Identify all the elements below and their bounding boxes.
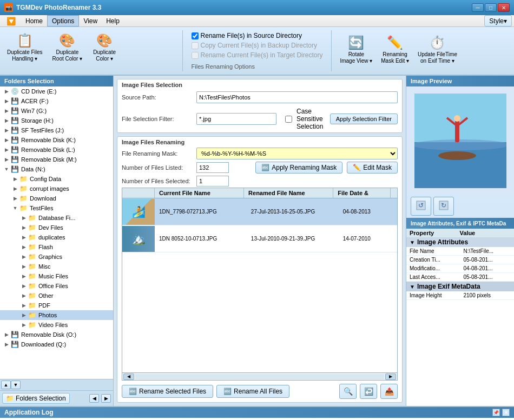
horizontal-scrollbar[interactable]: ◀ ▶ [122, 373, 398, 381]
expand-pdf[interactable]: ▶ [19, 301, 28, 310]
expand-devfiles[interactable]: ▶ [19, 223, 28, 232]
expand-win7[interactable]: ▶ [2, 106, 11, 115]
rename-all-button[interactable]: 🔤 Rename All Files [216, 385, 289, 398]
exif-collapse-icon[interactable]: ▼ [410, 284, 415, 290]
case-sensitive-checkbox[interactable] [285, 116, 292, 123]
tree-item-duplicates[interactable]: ▶ 📁 duplicates [0, 232, 113, 242]
expand-k[interactable]: ▶ [2, 136, 11, 144]
expand-download[interactable]: ▶ [11, 194, 19, 203]
tree-item-data-n[interactable]: ▼ 💾 Data (N:) [0, 164, 113, 174]
expand-testfiles[interactable]: ▼ [11, 204, 19, 212]
collapse-icon[interactable]: ▼ [410, 239, 415, 245]
tree-item-flash[interactable]: ▶ 📁 Flash [0, 242, 113, 252]
expand-corrupt[interactable]: ▶ [11, 184, 19, 193]
log-close-button[interactable]: ✕ [502, 409, 510, 416]
menu-home-label[interactable]: Home [21, 15, 47, 26]
tree-item-database[interactable]: ▶ 📁 Database Fi... [0, 213, 113, 223]
listed-count[interactable] [196, 162, 229, 173]
tree-item-office[interactable]: ▶ 📁 Office Files [0, 281, 113, 291]
action-icon-3[interactable]: 📤 [380, 384, 398, 399]
tree-item-removable-o[interactable]: ▶ 💾 Removable Disk (O:) [0, 330, 113, 339]
tree-item-graphics[interactable]: ▶ 📁 Graphics [0, 252, 113, 262]
edit-mask-button[interactable]: ✏️ Edit Mask [347, 162, 398, 174]
nav-next[interactable]: ▶ [101, 394, 111, 403]
table-row[interactable]: 🏄 1DN_7798-072713.JPG 27-Jul-2013-16-25-… [122, 198, 397, 225]
expand-duplicates[interactable]: ▶ [19, 233, 28, 242]
maximize-button[interactable]: □ [485, 3, 497, 12]
tree-item-sf[interactable]: ▶ 💾 SF TestFiles (J:) [0, 125, 113, 135]
expand-m[interactable]: ▶ [2, 155, 11, 164]
expand-acer[interactable]: ▶ [2, 97, 11, 105]
expand-other[interactable]: ▶ [19, 291, 28, 300]
expand-cd[interactable]: ▶ [2, 87, 11, 96]
tree-item-misc[interactable]: ▶ 📁 Misc [0, 262, 113, 271]
expand-storage[interactable]: ▶ [2, 116, 11, 125]
sidebar-scroll-down[interactable]: ▼ [11, 381, 21, 389]
expand-flash[interactable]: ▶ [19, 243, 28, 251]
style-button[interactable]: Style ▾ [484, 15, 512, 26]
scroll-track[interactable] [135, 374, 384, 379]
update-filetime-button[interactable]: ⏱️ Update FileTimeon Exif Time ▾ [414, 31, 461, 68]
tree-item-removable-m[interactable]: ▶ 💾 Removable Disk (M:) [0, 155, 113, 164]
checkbox-source-input[interactable] [192, 32, 199, 39]
folders-selection-button[interactable]: 📁 Folders Selection [2, 393, 70, 404]
tree-item-corrupt[interactable]: ▶ 📁 corrupt images [0, 184, 113, 194]
checkbox-target-input[interactable] [192, 52, 199, 59]
tree-item-music[interactable]: ▶ 📁 Music Files [0, 271, 113, 281]
table-body[interactable]: 🏄 1DN_7798-072713.JPG 27-Jul-2013-16-25-… [122, 198, 398, 373]
expand-config[interactable]: ▶ [11, 175, 19, 183]
minimize-button[interactable]: ─ [472, 3, 484, 12]
nav-prev[interactable]: ◀ [89, 394, 99, 403]
tree-item-photos[interactable]: ▶ 📁 Photos [0, 310, 113, 320]
close-button[interactable]: ✕ [498, 3, 510, 12]
tree-item-removable-l[interactable]: ▶ 💾 Removable Disk (L:) [0, 145, 113, 155]
filter-input[interactable] [196, 113, 276, 125]
expand-video[interactable]: ▶ [19, 321, 28, 329]
tree-item-testfiles[interactable]: ▼ 📁 TestFiles [0, 203, 113, 213]
log-pin-button[interactable]: 📌 [492, 409, 500, 416]
table-row[interactable]: 🏔️ 1DN 8052-10-0713.JPG 13-Jul-2010-09-2… [122, 225, 397, 252]
sidebar-scroll-up[interactable]: ▲ [1, 381, 11, 389]
rename-selected-button[interactable]: 🔤 Rename Selected Files [122, 385, 213, 398]
rotate-image-view-button[interactable]: 🔄 RotateImage View ▾ [336, 31, 376, 68]
renaming-mask-edit-button[interactable]: ✏️ RenamingMask Edit ▾ [377, 31, 413, 68]
action-icon-2[interactable]: ↩️ [360, 384, 377, 399]
tree-item-win7[interactable]: ▶ 💾 Win7 (G:) [0, 106, 113, 116]
scroll-right[interactable]: ▶ [385, 374, 396, 380]
tree-item-cd-drive[interactable]: ▶ 💿 CD Drive (E:) [0, 86, 113, 96]
expand-sf[interactable]: ▶ [2, 126, 11, 135]
tree-item-other[interactable]: ▶ 📁 Other [0, 291, 113, 301]
menu-help[interactable]: Help [102, 15, 124, 26]
action-icon-1[interactable]: 🔍 [339, 384, 357, 399]
tree-item-storage[interactable]: ▶ 💾 Storage (H:) [0, 116, 113, 125]
expand-graphics[interactable]: ▶ [19, 252, 28, 261]
expand-office[interactable]: ▶ [19, 282, 28, 290]
expand-q[interactable]: ▶ [2, 340, 11, 349]
tree-item-video[interactable]: ▶ 📁 Video Files [0, 320, 113, 330]
expand-l[interactable]: ▶ [2, 145, 11, 154]
apply-selection-filter-button[interactable]: Apply Selection Filter [330, 114, 398, 124]
rotate-right-button[interactable]: ↻ [433, 197, 454, 216]
mask-select[interactable]: %d-%b-%Y-%H-%M-%S [196, 148, 398, 159]
expand-misc[interactable]: ▶ [19, 262, 28, 271]
menu-options[interactable]: Options [47, 15, 79, 26]
expand-database[interactable]: ▶ [19, 214, 28, 222]
checkbox-backup-input[interactable] [192, 42, 199, 49]
tree-item-pdf[interactable]: ▶ 📁 PDF [0, 301, 113, 310]
expand-o[interactable]: ▶ [2, 330, 11, 339]
expand-photos[interactable]: ▶ [19, 311, 28, 319]
menu-file[interactable]: 🔽 [2, 15, 21, 26]
source-path-input[interactable] [196, 91, 398, 103]
expand-music[interactable]: ▶ [19, 272, 28, 281]
tree-item-downloaded-q[interactable]: ▶ 💾 Downloaded (Q:) [0, 339, 113, 349]
apply-renaming-mask-button[interactable]: 🔤 Apply Renaming Mask [255, 162, 342, 174]
folder-tree[interactable]: ▶ 💿 CD Drive (E:) ▶ 💾 ACER (F:) ▶ 💾 Win7… [0, 86, 113, 379]
duplicate-root-color-button[interactable]: 🎨 DuplicateRoot Color ▾ [49, 29, 87, 66]
expand-n[interactable]: ▼ [2, 165, 11, 174]
rotate-left-button[interactable]: ↺ [411, 197, 431, 216]
scroll-left[interactable]: ◀ [123, 374, 134, 380]
tree-item-acer[interactable]: ▶ 💾 ACER (F:) [0, 96, 113, 106]
tree-item-config[interactable]: ▶ 📁 Config Data [0, 174, 113, 184]
tree-item-devfiles[interactable]: ▶ 📁 Dev Files [0, 223, 113, 232]
duplicate-files-handling-button[interactable]: 📋 Duplicate FilesHandling ▾ [3, 29, 47, 66]
